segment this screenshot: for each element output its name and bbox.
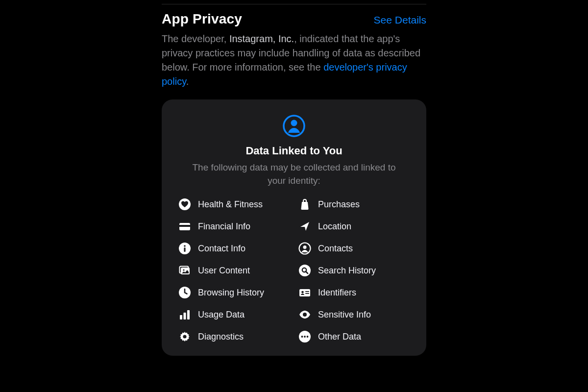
idcard-icon bbox=[298, 286, 311, 299]
card-title: Data Linked to You bbox=[178, 145, 410, 157]
chart-icon bbox=[178, 308, 191, 321]
search-icon bbox=[298, 264, 311, 277]
data-types-grid: Health & FitnessPurchasesFinancial InfoL… bbox=[178, 198, 410, 343]
heart-icon bbox=[178, 198, 191, 211]
data-type-label: Other Data bbox=[318, 332, 361, 342]
section-title: App Privacy bbox=[162, 11, 242, 27]
data-type-label: Browsing History bbox=[198, 288, 264, 298]
data-type-item: Purchases bbox=[298, 198, 410, 211]
ellipsis-icon bbox=[298, 330, 311, 343]
data-type-label: Contact Info bbox=[198, 244, 245, 254]
data-type-item: Financial Info bbox=[178, 220, 290, 233]
data-type-label: Diagnostics bbox=[198, 332, 244, 342]
data-type-label: Contacts bbox=[318, 244, 353, 254]
clock-icon bbox=[178, 286, 191, 299]
data-type-label: Purchases bbox=[318, 199, 360, 210]
data-type-item: Diagnostics bbox=[178, 330, 290, 343]
data-type-item: User Content bbox=[178, 264, 290, 277]
privacy-card: Data Linked to You The following data ma… bbox=[162, 99, 426, 356]
data-type-label: Identifiers bbox=[318, 288, 356, 298]
data-type-item: Other Data bbox=[298, 330, 410, 343]
svg-point-1 bbox=[291, 120, 297, 126]
contacts-icon bbox=[298, 242, 311, 255]
data-type-item: Contact Info bbox=[178, 242, 290, 255]
data-type-item: Sensitive Info bbox=[298, 308, 410, 321]
data-type-item: Browsing History bbox=[178, 286, 290, 299]
bag-icon bbox=[298, 198, 311, 211]
privacy-description: The developer, Instagram, Inc., indicate… bbox=[162, 32, 426, 89]
data-type-item: Usage Data bbox=[178, 308, 290, 321]
info-icon bbox=[178, 242, 191, 255]
data-type-label: Sensitive Info bbox=[318, 310, 371, 320]
desc-pre: The developer, bbox=[162, 33, 229, 44]
section-divider bbox=[162, 4, 426, 4]
data-type-item: Contacts bbox=[298, 242, 410, 255]
data-type-label: User Content bbox=[198, 266, 250, 276]
data-type-label: Financial Info bbox=[198, 221, 250, 232]
gear-icon bbox=[178, 330, 191, 343]
data-type-label: Health & Fitness bbox=[198, 199, 263, 210]
person-linked-icon bbox=[282, 114, 306, 138]
data-type-item: Identifiers bbox=[298, 286, 410, 299]
creditcard-icon bbox=[178, 220, 191, 233]
desc-post: . bbox=[186, 76, 189, 87]
location-icon bbox=[298, 220, 311, 233]
developer-name: Instagram, Inc. bbox=[229, 33, 294, 44]
data-type-label: Usage Data bbox=[198, 310, 245, 320]
photo-icon bbox=[178, 264, 191, 277]
data-type-item: Location bbox=[298, 220, 410, 233]
see-details-link[interactable]: See Details bbox=[374, 14, 426, 26]
data-type-label: Location bbox=[318, 221, 351, 232]
data-type-label: Search History bbox=[318, 266, 376, 276]
eye-icon bbox=[298, 308, 311, 321]
card-subtitle: The following data may be collected and … bbox=[178, 161, 410, 187]
data-type-item: Search History bbox=[298, 264, 410, 277]
data-type-item: Health & Fitness bbox=[178, 198, 290, 211]
